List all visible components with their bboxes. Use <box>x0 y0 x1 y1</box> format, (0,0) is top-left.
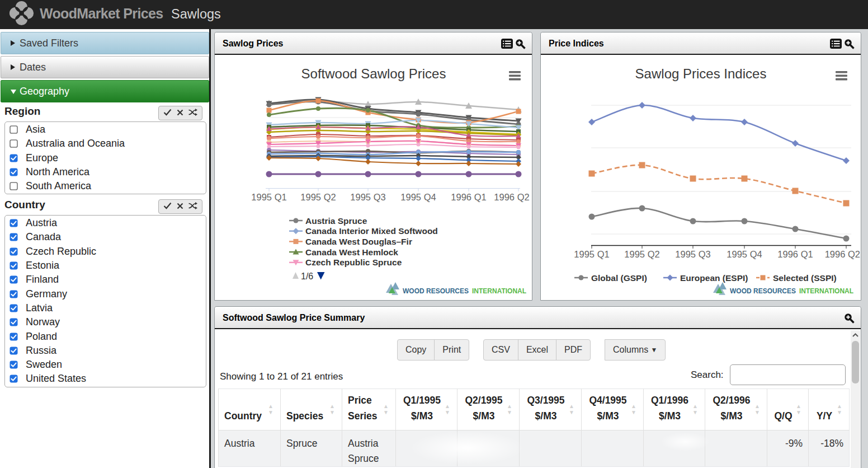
svg-text:WOOD RESOURCES: WOOD RESOURCES <box>403 287 469 295</box>
svg-text:1995 Q4: 1995 Q4 <box>727 249 762 259</box>
svg-text:INTERNATIONAL: INTERNATIONAL <box>472 287 526 295</box>
svg-text:1996 Q2: 1996 Q2 <box>825 249 860 259</box>
svg-text:1995 Q3: 1995 Q3 <box>350 192 385 202</box>
svg-text:1995 Q4: 1995 Q4 <box>400 192 436 202</box>
svg-text:1/6: 1/6 <box>301 272 313 281</box>
svg-text:Czech Republic Spruce: Czech Republic Spruce <box>305 258 402 267</box>
svg-text:Selected (SSPI): Selected (SSPI) <box>773 273 837 283</box>
svg-text:1996 Q1: 1996 Q1 <box>777 249 813 259</box>
svg-text:WOOD RESOURCES: WOOD RESOURCES <box>730 287 796 295</box>
svg-text:1995 Q1: 1995 Q1 <box>251 192 286 202</box>
svg-text:1995 Q1: 1995 Q1 <box>574 249 609 259</box>
svg-text:1996 Q2: 1996 Q2 <box>494 192 529 202</box>
svg-text:Sawlog Prices Indices: Sawlog Prices Indices <box>635 66 767 81</box>
svg-text:Global (GSPI): Global (GSPI) <box>591 273 647 283</box>
svg-text:Softwood Sawlog Prices: Softwood Sawlog Prices <box>301 66 446 81</box>
svg-text:1995 Q2: 1995 Q2 <box>624 249 659 259</box>
svg-text:INTERNATIONAL: INTERNATIONAL <box>799 287 853 295</box>
svg-text:Canada West Hemlock: Canada West Hemlock <box>305 247 398 257</box>
svg-text:1995 Q3: 1995 Q3 <box>675 249 710 259</box>
svg-text:Canada West Douglas–Fir: Canada West Douglas–Fir <box>305 237 412 246</box>
svg-text:European (ESPI): European (ESPI) <box>680 273 748 283</box>
svg-text:1996 Q1: 1996 Q1 <box>451 192 486 202</box>
svg-text:Canada Interior Mixed Softwood: Canada Interior Mixed Softwood <box>305 226 438 236</box>
svg-text:Austria Spruce: Austria Spruce <box>305 216 367 226</box>
svg-text:1995 Q2: 1995 Q2 <box>300 192 336 202</box>
